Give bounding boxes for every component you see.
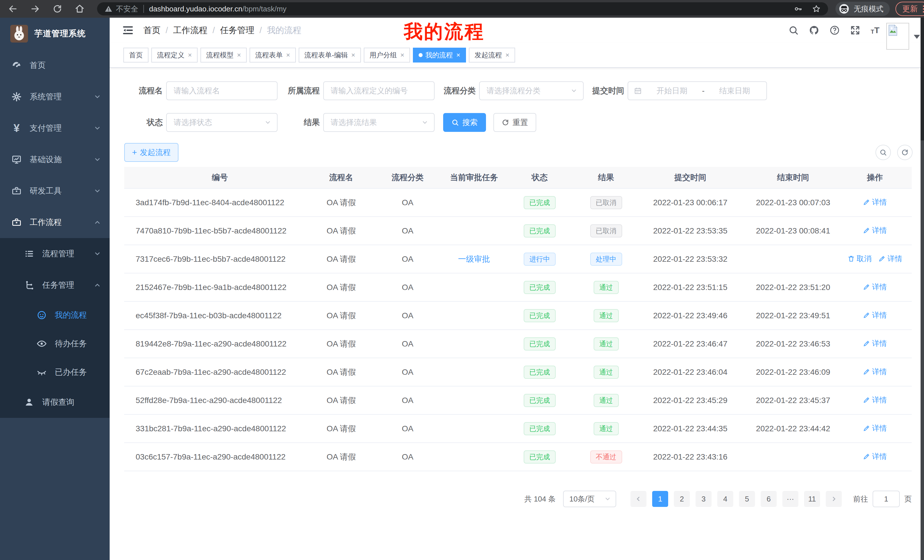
page-button-4[interactable]: 4 bbox=[717, 491, 733, 507]
page-button-6[interactable]: 6 bbox=[760, 491, 777, 507]
detail-link[interactable]: 详情 bbox=[863, 395, 887, 405]
cancel-link[interactable]: 取消 bbox=[848, 254, 872, 264]
detail-link[interactable]: 详情 bbox=[863, 197, 887, 207]
reset-button[interactable]: 重置 bbox=[494, 113, 536, 132]
detail-link[interactable]: 详情 bbox=[878, 254, 902, 264]
sidebar-item-my-process[interactable]: 我的流程 bbox=[0, 301, 110, 329]
tab-my-process[interactable]: 我的流程 × bbox=[413, 48, 466, 63]
detail-link[interactable]: 详情 bbox=[863, 423, 887, 433]
home-icon[interactable] bbox=[75, 4, 84, 14]
status-label: 状态 bbox=[124, 117, 163, 128]
tab-close-icon[interactable]: × bbox=[351, 51, 355, 59]
page-size-select[interactable]: 10条/页 bbox=[563, 491, 616, 507]
prev-page-button[interactable] bbox=[630, 491, 646, 507]
process-name-input[interactable] bbox=[166, 81, 278, 100]
breadcrumb-home[interactable]: 首页 bbox=[143, 24, 160, 36]
back-icon[interactable] bbox=[8, 4, 18, 14]
page-button-2[interactable]: 2 bbox=[674, 491, 690, 507]
sidebar-item-home[interactable]: 首页 bbox=[0, 49, 110, 81]
forward-icon[interactable] bbox=[30, 4, 40, 14]
detail-link[interactable]: 详情 bbox=[863, 282, 887, 292]
page-button-1[interactable]: 1 bbox=[652, 491, 668, 507]
end-date-placeholder: 结束日期 bbox=[709, 85, 761, 96]
breadcrumb-task-mgmt[interactable]: 任务管理 bbox=[220, 24, 254, 36]
page-button-5[interactable]: 5 bbox=[739, 491, 755, 507]
detail-link[interactable]: 详情 bbox=[863, 310, 887, 320]
current-task-link[interactable]: 一级审批 bbox=[458, 255, 490, 264]
tab-close-icon[interactable]: × bbox=[456, 51, 460, 59]
detail-link[interactable]: 详情 bbox=[863, 452, 887, 461]
browser-menu-icon[interactable] bbox=[923, 5, 924, 13]
address-bar[interactable]: 不安全 dashboard.yudao.iocoder.cn/bpm/task/… bbox=[97, 2, 828, 15]
sidebar-item-devtools[interactable]: 研发工具 bbox=[0, 175, 110, 207]
page-ellipsis-button[interactable]: ··· bbox=[782, 491, 798, 507]
bookmark-star-icon[interactable] bbox=[812, 4, 820, 13]
sidebar-item-done-tasks[interactable]: 已办任务 bbox=[0, 358, 110, 386]
detail-link[interactable]: 详情 bbox=[863, 367, 887, 377]
detail-link[interactable]: 详情 bbox=[863, 226, 887, 235]
page-button-11[interactable]: 11 bbox=[804, 491, 820, 507]
goto-page-input[interactable] bbox=[873, 491, 900, 507]
tab-close-icon[interactable]: × bbox=[188, 51, 192, 59]
tab-process-form[interactable]: 流程表单 × bbox=[249, 48, 296, 63]
table-search-toggle-button[interactable] bbox=[876, 145, 891, 160]
sidebar-collapse-icon[interactable] bbox=[122, 24, 134, 36]
sidebar-item-workflow[interactable]: 工作流程 bbox=[0, 207, 110, 238]
sidebar-item-task-mgmt[interactable]: 任务管理 bbox=[0, 270, 110, 301]
user-icon bbox=[24, 397, 34, 407]
chevron-down-icon bbox=[604, 496, 611, 502]
page-scrollbar[interactable] bbox=[921, 18, 924, 560]
password-key-icon[interactable] bbox=[794, 4, 802, 13]
github-icon[interactable] bbox=[809, 25, 819, 35]
eye-closed-icon bbox=[36, 367, 47, 377]
detail-link[interactable]: 详情 bbox=[863, 338, 887, 349]
security-indicator[interactable]: 不安全 bbox=[105, 4, 138, 14]
category-select[interactable]: 请选择流程分类 bbox=[479, 81, 584, 100]
font-size-icon[interactable]: TT bbox=[871, 25, 879, 35]
app-logo-row[interactable]: 芋道管理系统 bbox=[0, 18, 110, 49]
tab-close-icon[interactable]: × bbox=[237, 51, 241, 59]
parent-process-input[interactable] bbox=[323, 81, 435, 100]
sidebar-item-payment[interactable]: ¥ 支付管理 bbox=[0, 112, 110, 144]
sidebar-item-system[interactable]: 系统管理 bbox=[0, 81, 110, 112]
search-button[interactable]: 搜索 bbox=[443, 113, 486, 132]
next-page-button[interactable] bbox=[826, 491, 842, 507]
chevron-down-icon bbox=[422, 119, 428, 126]
scrollbar-thumb[interactable] bbox=[921, 18, 924, 141]
tab-process-model[interactable]: 流程模型 × bbox=[201, 48, 247, 63]
sidebar-item-process-mgmt[interactable]: 流程管理 bbox=[0, 238, 110, 270]
start-process-button[interactable]: + 发起流程 bbox=[124, 143, 178, 162]
sidebar-item-todo-tasks[interactable]: 待办任务 bbox=[0, 329, 110, 358]
tab-close-icon[interactable]: × bbox=[286, 51, 290, 59]
search-icon[interactable] bbox=[788, 25, 799, 35]
chevron-left-icon bbox=[635, 496, 642, 502]
table-refresh-button[interactable] bbox=[897, 145, 913, 160]
user-menu-caret-icon[interactable] bbox=[914, 35, 920, 39]
status-select[interactable]: 请选择状态 bbox=[166, 113, 278, 132]
tab-start-process[interactable]: 发起流程 × bbox=[469, 48, 515, 63]
sidebar-item-infra[interactable]: 基础设施 bbox=[0, 144, 110, 175]
date-range-picker[interactable]: 开始日期 - 结束日期 bbox=[628, 81, 767, 100]
tab-close-icon[interactable]: × bbox=[400, 51, 404, 59]
tree-icon bbox=[24, 280, 34, 290]
table-row: 3ad174fb-7b9d-11ec-8404-acde48001122 OA … bbox=[124, 189, 912, 217]
sidebar-item-leave-query[interactable]: 请假查询 bbox=[0, 386, 110, 418]
result-select[interactable]: 请选择流结果 bbox=[323, 113, 435, 132]
tab-close-icon[interactable]: × bbox=[506, 51, 509, 59]
fullscreen-icon[interactable] bbox=[850, 25, 860, 35]
tab-home[interactable]: 首页 bbox=[123, 48, 148, 63]
help-icon[interactable] bbox=[830, 25, 840, 35]
page-button-3[interactable]: 3 bbox=[696, 491, 711, 507]
edit-icon bbox=[863, 340, 870, 347]
reload-icon[interactable] bbox=[52, 4, 62, 14]
update-button[interactable]: 更新 bbox=[896, 2, 924, 16]
breadcrumb-workflow[interactable]: 工作流程 bbox=[173, 24, 207, 36]
chevron-down-icon bbox=[94, 250, 101, 258]
tab-process-form-edit[interactable]: 流程表单-编辑 × bbox=[298, 48, 361, 63]
avatar[interactable] bbox=[886, 23, 909, 49]
active-tab-dot bbox=[418, 53, 423, 57]
tab-process-definition[interactable]: 流程定义 × bbox=[152, 48, 198, 63]
chevron-up-icon bbox=[94, 281, 101, 289]
tab-user-group[interactable]: 用户分组 × bbox=[364, 48, 410, 63]
table-row: ec45f38f-7b9a-11ec-b03b-acde48001122 OA … bbox=[124, 301, 912, 329]
